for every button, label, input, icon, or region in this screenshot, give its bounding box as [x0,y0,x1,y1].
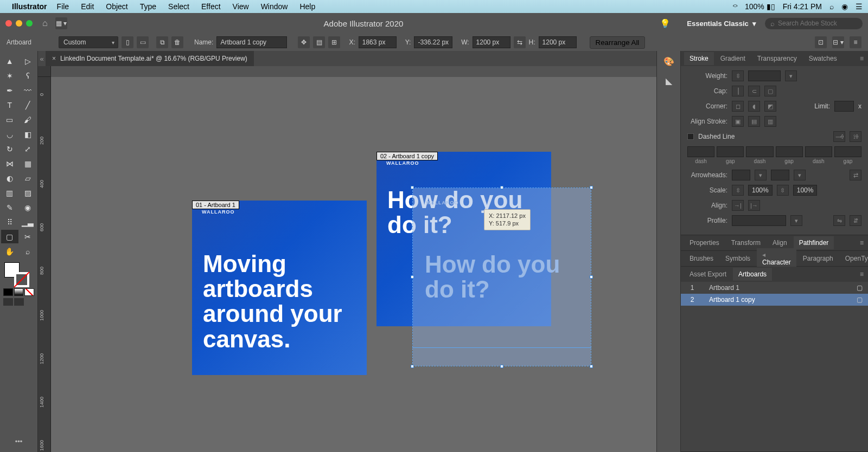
graph-tool[interactable]: ▁▃ [20,215,37,229]
panel-flyout-icon[interactable]: ≡ [856,55,868,62]
handle-tr[interactable] [590,186,593,189]
align-stroke-outside-button[interactable]: ▥ [764,116,776,127]
arrowhead-end-select[interactable] [771,170,789,180]
menu-object[interactable]: Object [106,2,127,11]
tab-gradient[interactable]: Gradient [715,52,751,65]
mesh-tool[interactable]: ▥ [1,186,18,199]
panel-menu-icon[interactable]: ≡ [850,36,861,48]
menu-window[interactable]: Window [261,2,288,11]
paintbrush-tool[interactable]: 🖌 [20,113,37,126]
align-mode-button[interactable]: ⊟ ▾ [832,36,844,48]
stock-search-input[interactable] [778,20,857,27]
menu-edit[interactable]: Edit [81,2,94,11]
ruler-origin[interactable] [38,66,51,77]
rectangle-tool[interactable]: ▭ [1,113,18,126]
handle-mr[interactable] [590,275,593,279]
blend-tool[interactable]: ◉ [20,201,37,214]
w-field[interactable]: 1200 px [473,36,510,48]
dash-preserve-button[interactable]: ⟞⟠ [833,131,845,142]
weight-stepper[interactable]: ⇳ [732,70,744,81]
align-stroke-center-button[interactable]: ▣ [732,116,744,127]
corner-round-button[interactable]: ◖ [748,101,760,112]
edit-toolbar-button[interactable]: ••• [1,434,36,449]
arrowhead-end-dropdown[interactable]: ▾ [794,170,806,180]
scale-end-field[interactable]: 100% [793,185,818,196]
artboard-options-icon[interactable]: ▢ [857,296,863,304]
flip-across-button[interactable]: ⇵ [850,215,861,226]
minimize-window-button[interactable] [16,20,22,27]
eyedropper-tool[interactable]: ✎ [1,201,18,214]
artboard-row-name[interactable]: Artboard 1 [698,284,857,292]
corner-bevel-button[interactable]: ◩ [764,101,776,112]
color-guide-panel-icon[interactable]: ◣ [662,75,675,87]
menu-file[interactable]: File [57,2,69,11]
artboard-list-row[interactable]: 2 Artboard 1 copy ▢ [681,294,868,306]
slice-tool[interactable]: ✂ [20,230,37,243]
reference-point-button[interactable]: ⊞ [328,36,340,48]
workspace-switcher[interactable]: Essentials Classic ▾ [687,20,756,28]
tab-overflow-left-icon[interactable]: « [38,55,46,63]
tab-brushes[interactable]: Brushes [684,252,719,265]
handle-bl[interactable] [411,365,414,368]
artboard-tool[interactable]: ▢ [1,230,18,243]
curvature-tool[interactable]: 〰 [20,83,37,97]
arrowhead-start-dropdown[interactable]: ▾ [755,170,767,180]
corner-miter-button[interactable]: ◻ [732,101,744,112]
panel-flyout-icon[interactable]: ≡ [856,270,868,278]
shaper-tool[interactable]: ◡ [1,127,18,141]
perspective-tool[interactable]: ▱ [20,171,37,185]
swap-arrowheads-button[interactable]: ⇄ [850,170,861,180]
artboard-name-field[interactable]: Artboard 1 copy [216,36,287,48]
gap-1-field[interactable] [717,146,744,157]
canvas[interactable]: 01 - Artboard 1 WALLAROO Moving artboard… [51,77,656,452]
h-field[interactable]: 1200 px [539,36,577,48]
weight-field[interactable] [748,70,781,81]
tab-artboards[interactable]: Artboards [733,268,772,281]
orientation-landscape-button[interactable]: ▭ [137,36,149,48]
wifi-icon[interactable]: ⌔ [733,2,737,11]
tab-stroke[interactable]: Stroke [684,52,714,65]
document-tab[interactable]: × LinkedIn Document Template.ai* @ 16.67… [46,51,254,66]
tab-transform[interactable]: Transform [726,236,766,249]
scale-start-field[interactable]: 100% [748,185,773,196]
artboard-1[interactable]: 01 - Artboard 1 WALLAROO Moving artboard… [192,201,367,375]
handle-br[interactable] [590,365,593,368]
cap-round-button[interactable]: ⊂ [748,86,760,96]
color-mode-none[interactable] [24,288,34,296]
artboard-options-icon[interactable]: ▢ [857,284,863,292]
control-center-icon[interactable]: ☰ [856,2,863,11]
tab-character[interactable]: ◂ Character [757,248,796,269]
dash-align-button[interactable]: ⟟⟠ [850,131,861,142]
cap-butt-button[interactable]: ⎥ [732,86,744,96]
stock-search[interactable]: ⌕ [765,18,863,29]
width-tool[interactable]: ⋈ [1,157,18,170]
handle-tm[interactable] [500,186,503,189]
artboard-2-label[interactable]: 02 - Artboard 1 copy [376,152,438,160]
screen-mode-normal[interactable] [3,298,13,306]
vertical-ruler[interactable]: 02004006008001000120014001600 [38,77,51,452]
artboard-row-name[interactable]: Artboard 1 copy [698,296,857,304]
scale-end-stepper[interactable]: ⇳ [777,185,789,196]
arrow-align-extend-button[interactable]: →| [732,200,744,211]
dash-2-field[interactable] [746,146,773,157]
tab-align[interactable]: Align [767,236,793,249]
handle-bm[interactable] [500,365,503,368]
home-icon[interactable]: ⌂ [42,18,48,28]
handle-tl[interactable] [411,186,414,189]
selection-tool[interactable]: ▲ [1,54,18,68]
menu-view[interactable]: View [233,2,249,11]
spotlight-icon[interactable]: ⌕ [829,2,834,11]
fill-stroke-control[interactable] [1,261,36,286]
menu-type[interactable]: Type [140,2,156,11]
tab-paragraph[interactable]: Paragraph [797,252,839,265]
gap-2-field[interactable] [776,146,803,157]
scale-tool[interactable]: ⤢ [20,142,37,156]
rearrange-all-button[interactable]: Rearrange All [590,36,646,49]
direct-selection-tool[interactable]: ▷ [20,54,37,68]
shape-builder-tool[interactable]: ◐ [1,171,18,185]
link-wh-button[interactable]: ⇆ [514,36,526,48]
flip-along-button[interactable]: ⇋ [833,215,845,226]
artboard-preset-select[interactable]: Custom [59,36,118,48]
scale-start-stepper[interactable]: ⇳ [732,185,744,196]
menu-effect[interactable]: Effect [201,2,221,11]
